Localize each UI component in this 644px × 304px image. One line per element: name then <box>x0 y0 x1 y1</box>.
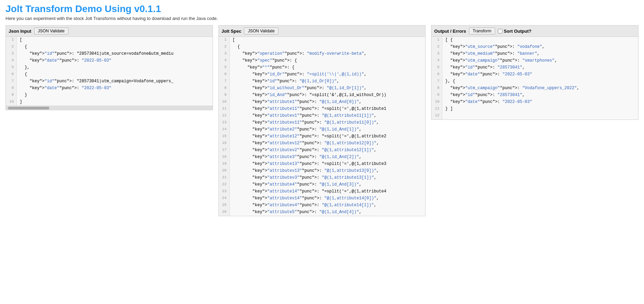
sort-output-label[interactable]: Sort Output? <box>498 29 531 34</box>
line-number: 5 <box>431 64 442 71</box>
line-number: 25 <box>219 202 230 209</box>
line-number: 18 <box>219 154 230 161</box>
table-row: 11 "key">"attribute11""punc">: "=split('… <box>219 106 426 113</box>
line-content: "key">"attribute13""punc">: "=split('=',… <box>230 161 389 168</box>
table-row: 3 "key">"utm_medium""punc">: "banner", <box>431 51 638 57</box>
line-content: [ { <box>442 37 456 44</box>
input-code-area[interactable]: 1[2 {3 "key">"id""punc">: "28573041|utm_… <box>6 37 213 106</box>
line-number: 10 <box>6 99 17 106</box>
line-number: 9 <box>431 92 442 99</box>
line-number: 8 <box>6 85 17 92</box>
spec-panel-header: Jolt Spec JSON Validate <box>219 25 426 37</box>
line-content: }, { <box>442 78 458 85</box>
table-row: 14 "key">"attribute2""punc">: "@(1,id_An… <box>219 126 426 133</box>
table-row: 6 { <box>6 71 213 78</box>
output-panel: Output / Errors Transform Sort Output? 1… <box>431 25 638 120</box>
spec-panel: Jolt Spec JSON Validate 1[2 {3 "key">"op… <box>218 25 426 216</box>
line-number: 21 <box>219 175 230 181</box>
line-number: 1 <box>219 37 230 44</box>
table-row: 9 } <box>6 92 213 99</box>
spec-code-area[interactable]: 1[2 {3 "key">"operation""punc">: "modify… <box>219 37 426 216</box>
line-number: 13 <box>219 119 230 126</box>
line-number: 8 <box>431 85 442 92</box>
line-content: "key">"date""punc">: "2022-05-03" <box>442 99 535 106</box>
line-number: 12 <box>219 113 230 119</box>
line-content: "key">"attribute2""punc">: "@(1,id_And[1… <box>230 126 365 133</box>
page-title: Jolt Transform Demo Using v0.1.1 <box>6 3 638 14</box>
output-panel-header: Output / Errors Transform Sort Output? <box>431 25 638 37</box>
table-row: 4 "key">"spec""punc">: { <box>219 57 426 64</box>
table-row: 6 "key">"date""punc">: "2022-05-03" <box>431 71 638 78</box>
line-content: [ <box>230 37 238 44</box>
table-row: 12 <box>431 113 638 119</box>
line-number: 7 <box>219 78 230 85</box>
line-content: ] <box>17 99 25 106</box>
table-row: 7 "key">"id""punc">: "28573041|utm_campa… <box>6 78 213 85</box>
table-row: 7}, { <box>431 78 638 85</box>
line-content: "key">"id""punc">: "28573041", <box>442 64 527 71</box>
table-row: 7 "key">"id""punc">: "@(1,id_Or[0])", <box>219 78 426 85</box>
line-content: }, <box>17 64 32 71</box>
line-content: "key">"attribute4""punc">: "@(1,id_And[3… <box>230 181 365 188</box>
table-row: 13 "key">"attributev11""punc">: "@(1,att… <box>219 119 426 126</box>
line-number: 8 <box>219 85 230 92</box>
line-number: 6 <box>431 71 442 78</box>
line-number: 5 <box>219 64 230 71</box>
input-validate-button[interactable]: JSON Validate <box>34 28 69 34</box>
line-content: "key">"attribute12""punc">: "=split('=',… <box>230 133 389 140</box>
transform-button[interactable]: Transform <box>469 28 495 34</box>
spec-validate-button[interactable]: JSON Validate <box>244 28 278 34</box>
line-content: { <box>17 44 30 51</box>
table-row: 6 "key">"id_Or""punc">: "=split('\\|',@(… <box>219 71 426 78</box>
input-scrollbar-thumb <box>8 107 49 109</box>
table-row: 5 }, <box>6 64 213 71</box>
sort-output-text: Sort Output? <box>504 29 531 34</box>
line-number: 4 <box>6 57 17 64</box>
title-version: v0.1.1 <box>134 3 161 14</box>
table-row: 9 "key">"id""punc">: "28573041", <box>431 92 638 99</box>
line-content: "key">"attribute14""punc">: "=split('=',… <box>230 188 389 195</box>
line-number: 23 <box>219 188 230 195</box>
line-content: } ] <box>442 106 456 113</box>
line-number: 1 <box>6 37 17 44</box>
line-content: "key">"attribute3""punc">: "@(1,id_And[2… <box>230 154 365 161</box>
table-row: 10] <box>6 99 213 106</box>
table-row: 2 { <box>219 44 426 51</box>
line-number: 17 <box>219 147 230 154</box>
table-row: 22 "key">"attribute4""punc">: "@(1,id_An… <box>219 181 426 188</box>
output-code-area[interactable]: 1[ {2 "key">"utm_source""punc">: "vodafo… <box>431 37 638 119</box>
line-content: "key">"utm_medium""punc">: "banner", <box>442 51 542 57</box>
line-content: } <box>17 92 30 99</box>
line-number: 14 <box>219 126 230 133</box>
table-row: 25 "key">"attributev4""punc">: "@(1,attr… <box>219 202 426 209</box>
line-content: "key">"id""punc">: "28573041", <box>442 92 527 99</box>
line-number: 11 <box>219 106 230 113</box>
line-number: 16 <box>219 140 230 147</box>
input-scrollbar[interactable] <box>6 106 213 110</box>
table-row: 3 "key">"operation""punc">: "modify-over… <box>219 51 426 57</box>
line-content: "key">"id_without_Or""punc">: "@(1,id_Or… <box>230 85 369 92</box>
table-row: 8 "key">"utm_campaign""punc">: "Vodafone… <box>431 85 638 92</box>
table-row: 9 "key">"id_And""punc">: "=split('&',@(1… <box>219 92 426 99</box>
table-row: 2 "key">"utm_source""punc">: "vodafone", <box>431 44 638 51</box>
subtitle: Here you can experiment with the stock J… <box>6 16 638 21</box>
line-content: "key">"attributev3""punc">: "@(1,attribu… <box>230 175 379 181</box>
table-row: 5 "key">"*""punc">: { <box>219 64 426 71</box>
table-row: 1[ <box>6 37 213 44</box>
line-number: 3 <box>219 51 230 57</box>
line-number: 22 <box>219 181 230 188</box>
line-content: "key">"attributev12""punc">: "@(1,attrib… <box>230 140 382 147</box>
table-row: 26 "key">"attribute5""punc">: "@(1,id_An… <box>219 209 426 216</box>
line-content: "key">"attributev2""punc">: "@(1,attribu… <box>230 147 379 154</box>
table-row: 11} ] <box>431 106 638 113</box>
sort-output-checkbox[interactable] <box>498 29 502 33</box>
line-content: "key">"id""punc">: "28573041|utm_source=… <box>17 51 176 57</box>
input-panel-label: Json Input <box>9 29 31 34</box>
line-content: "key">"date""punc">: "2022-05-03" <box>442 71 535 78</box>
line-number: 9 <box>219 92 230 99</box>
line-number: 26 <box>219 209 230 216</box>
line-number: 11 <box>431 106 442 113</box>
table-row: 21 "key">"attributev3""punc">: "@(1,attr… <box>219 175 426 181</box>
table-row: 4 "key">"date""punc">: "2022-05-03" <box>6 57 213 64</box>
table-row: 19 "key">"attribute13""punc">: "=split('… <box>219 161 426 168</box>
